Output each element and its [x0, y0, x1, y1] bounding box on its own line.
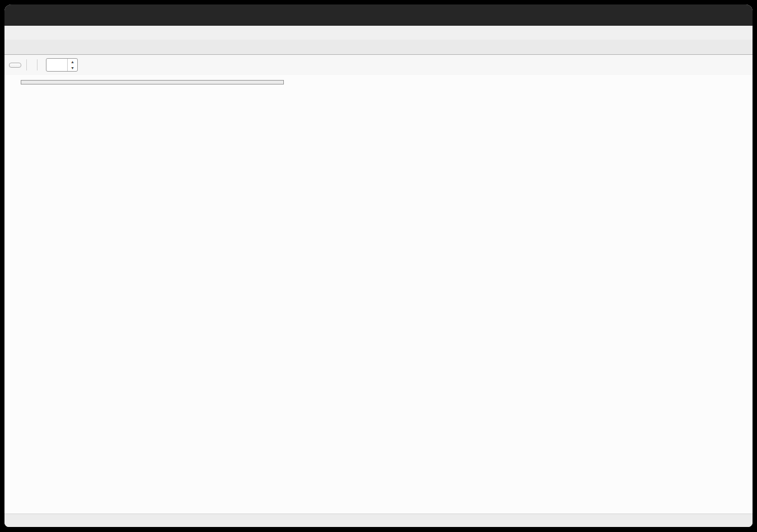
chart-region	[4, 75, 753, 514]
stacked-diagrams-spinbox[interactable]: ▲ ▼	[46, 58, 78, 72]
tab-bar	[4, 40, 753, 55]
toolbar-separator	[37, 59, 38, 70]
title-bar	[4, 4, 753, 26]
chart-legend	[21, 80, 284, 84]
status-bar	[4, 514, 753, 527]
memory-consumption-chart	[4, 75, 753, 514]
menu-bar	[4, 26, 753, 40]
stacked-diagrams-value[interactable]	[46, 59, 67, 71]
toolbar-separator	[26, 59, 27, 70]
export-as-button[interactable]	[9, 63, 21, 68]
spin-up-button[interactable]: ▲	[68, 59, 77, 65]
heaptrack-window: ▲ ▼	[4, 4, 753, 527]
spin-down-button[interactable]: ▼	[68, 65, 77, 71]
toolbar: ▲ ▼	[4, 55, 753, 75]
